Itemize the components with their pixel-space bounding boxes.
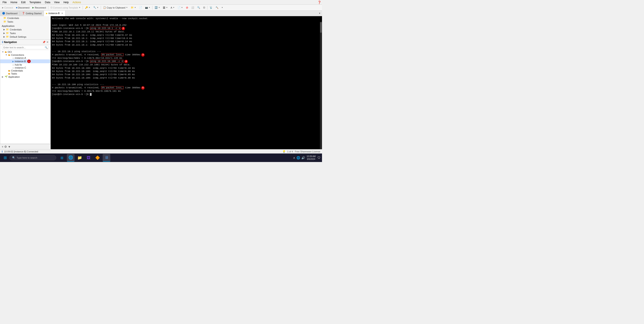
term-line-22: 4 packets transmitted, 4 received, 0% pa…	[52, 86, 321, 90]
credentials-top-icon: 📁	[4, 16, 6, 19]
chevron-up-icon[interactable]: ∧	[293, 156, 295, 159]
page-count: 1 of 4	[287, 150, 293, 153]
menu-help[interactable]: Help	[62, 0, 70, 4]
sidebar-app-default[interactable]: ▶ 📁 Default Settings	[0, 35, 50, 38]
toolbar-btn-5[interactable]: 📷▼	[144, 5, 152, 10]
connect-template-button[interactable]: ⊡ Connect using Template ▼	[49, 5, 82, 10]
tasks-folder-icon: 🖿	[8, 72, 10, 75]
tree-instance-c[interactable]: ▭ instance-C	[0, 66, 50, 69]
term-line-23: rtt min/avg/max/mdev = 8.801/8.932/9.190…	[52, 90, 321, 93]
sidebar-app-credentials[interactable]: ▶ 📁 Credentials	[0, 28, 50, 31]
toolbar-btn-1[interactable]: 🔑▼	[84, 5, 92, 10]
tab-scroll-down[interactable]: ▼	[317, 12, 322, 14]
toolbar-btn-6[interactable]: 🔤▼	[153, 5, 161, 10]
terminal[interactable]: Activate the web console with: systemctl…	[51, 16, 322, 149]
taskbar-clock[interactable]: 10:09 AM 6/5/2024	[307, 155, 316, 161]
toolbar-btn-10[interactable]: ⊘	[185, 5, 190, 10]
icon5: 📷	[145, 6, 148, 9]
taskbar-app-edge[interactable]: 🌐	[67, 154, 74, 162]
toolbar-btn-3[interactable]: 📁▼	[130, 5, 137, 10]
help-icon[interactable]: ❓	[318, 1, 321, 4]
menu-templates[interactable]: Templates	[28, 0, 43, 4]
nav-pin-icon[interactable]: 📌	[42, 41, 46, 44]
volume-icon[interactable]: 🔊	[301, 156, 305, 159]
tree-instance-a[interactable]: ▭ instance-A	[0, 56, 50, 59]
notification-icon[interactable]: 🗨	[317, 156, 320, 159]
term-line-14: [opc@ih-instance-vcn-b ~]$ ping 10.222.1…	[52, 60, 321, 63]
windows-start-button[interactable]: ⊞	[2, 154, 8, 161]
menu-file[interactable]: File	[1, 0, 8, 4]
toolbar-more[interactable]: ▼	[220, 5, 224, 10]
toolbar-btn-4[interactable]: 📄	[138, 5, 143, 10]
menu-data[interactable]: Data	[43, 0, 52, 4]
toolbar-btn-12[interactable]: 🔍	[196, 5, 202, 10]
terminal-scrollbar[interactable]	[320, 22, 322, 149]
toolbar-btn-9[interactable]: 📄▼	[176, 5, 184, 10]
tab-dashboard[interactable]: 🔵 Dashboard	[0, 11, 20, 16]
tree-hub-fw[interactable]: ▭ hub-fw	[0, 63, 50, 66]
copy-clipboard-button[interactable]: 📋 Copy to Clipboard ▼	[102, 5, 129, 10]
toolbar-btn-14[interactable]: 📡	[208, 5, 214, 10]
badge-2: 2	[122, 27, 125, 30]
sys-icons: ∧ 🌐 🔊	[293, 156, 305, 159]
sep3	[101, 6, 101, 9]
menu-home[interactable]: Home	[9, 0, 19, 4]
toolbar-btn-13[interactable]: ⊡	[202, 5, 206, 10]
toolbar-btn-11[interactable]: ⬜	[190, 5, 196, 10]
sidebar-tasks-top[interactable]: 📁 Tasks	[0, 20, 50, 23]
sep4	[152, 6, 152, 9]
toolbar-btn-7[interactable]: 🖼▼	[162, 5, 169, 10]
app-default-icon: 📁	[6, 35, 9, 38]
taskbar-app-taskview[interactable]: ⊞	[58, 154, 66, 162]
status-bar: ℹ 10:09:02 [instance-B] Connected 💡 1 of…	[0, 149, 322, 153]
tree-tasks[interactable]: 🖿 Tasks	[0, 72, 50, 75]
rdp-icon: 🖥	[104, 155, 108, 160]
term-line-4: [opc@ih-instance-vcn-b ~]$ ping 10.222.1…	[52, 27, 321, 30]
badge-4: 4	[124, 60, 128, 63]
toolbar-btn-8[interactable]: A▼	[169, 5, 176, 10]
explorer-icon: 📁	[77, 155, 82, 160]
cred-folder-icon: 🖿	[8, 69, 10, 72]
icon6: 🔤	[154, 6, 158, 9]
reconnect-button[interactable]: ▶ Reconnect	[31, 5, 47, 10]
tree-credentials[interactable]: 🖿 Credentials	[0, 69, 50, 72]
icon13: ⊡	[203, 6, 205, 9]
tree-oci[interactable]: ▼ 🖿 OCI	[0, 50, 50, 53]
taskbar-app-explorer[interactable]: 📁	[76, 154, 84, 162]
main-content: 📁 Credentials 📁 Tasks Application ▶ 📁 Cr…	[0, 16, 322, 149]
add-icon[interactable]: +	[2, 145, 4, 148]
taskbar-app-photos[interactable]: 🖼	[85, 154, 92, 162]
tab-instance-b[interactable]: ▶ instance-B ✕	[44, 11, 66, 16]
toolbar-btn-15[interactable]: 🔨	[214, 5, 220, 10]
status-info-icon: ℹ	[2, 150, 3, 153]
taskbar-app-rdp[interactable]: 🖥	[103, 154, 110, 162]
reconnect-icon: ▶	[32, 6, 34, 9]
nav-search-bar: 🔍	[0, 45, 50, 50]
toolbar-btn-2[interactable]: 🔧▼	[92, 5, 100, 10]
term-line-17: 64 bytes from 10.222.10.100: icmp_seq=2 …	[52, 70, 321, 73]
taskbar-right: ∧ 🌐 🔊 10:09 AM 6/5/2024 🗨	[293, 155, 320, 161]
menu-edit[interactable]: Edit	[20, 0, 27, 4]
settings-icon[interactable]: ⚙	[4, 145, 7, 148]
connect-button[interactable]: ▶ Connect	[1, 5, 14, 10]
tab-close-icon[interactable]: ✕	[61, 12, 63, 14]
taskbar-app-orange[interactable]: 🔶	[94, 154, 101, 162]
disconnect-button[interactable]: ■ Disconnect	[15, 5, 31, 10]
badge-5: 5	[141, 86, 144, 90]
nav-close-icon[interactable]: ✕	[46, 41, 48, 44]
sidebar-credentials-top[interactable]: 📁 Credentials	[0, 16, 50, 20]
menu-view[interactable]: View	[52, 0, 61, 4]
tab-getting-started[interactable]: ❓ Getting Started	[20, 11, 44, 16]
tree-instance-b[interactable]: ▶ instance-B 1	[0, 59, 50, 63]
network-icon[interactable]: 🌐	[296, 156, 300, 159]
menu-bar: File Home Edit Templates Data View Help …	[0, 0, 322, 5]
menu-actions[interactable]: Actions	[71, 0, 83, 4]
tree-application[interactable]: ▶ 🌱 Application	[0, 75, 50, 78]
getting-started-icon: ❓	[22, 12, 25, 15]
search-icon: 🔍	[45, 46, 48, 49]
tree-connections[interactable]: ▼ 🖿 Connections	[0, 53, 50, 56]
more-icon[interactable]: ▼	[8, 145, 11, 148]
nav-search-input[interactable]	[2, 45, 48, 49]
taskbar-search-box[interactable]: 🔍 Type here to search	[9, 155, 56, 160]
sidebar-app-tasks[interactable]: ▶ 📁 Tasks	[0, 31, 50, 35]
